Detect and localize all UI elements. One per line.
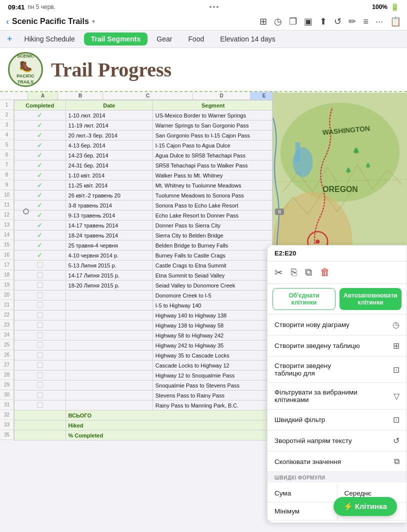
- cell-segment[interactable]: Walker Pass to Mt. Whitney: [152, 170, 274, 180]
- col-header-b[interactable]: B: [58, 92, 103, 100]
- cell-segment[interactable]: Sierra City to Belden Bridge: [152, 230, 274, 240]
- cell-completed[interactable]: [14, 340, 66, 350]
- copy-icon[interactable]: ❐: [289, 16, 297, 27]
- cell-date[interactable]: 3-8 травень 2014: [66, 200, 152, 210]
- cell-completed[interactable]: [14, 330, 66, 340]
- tab-elevation[interactable]: Elevation 14 days: [213, 32, 282, 46]
- cell-segment[interactable]: Etna Summit to Seiad Valley: [152, 270, 274, 280]
- cell-date[interactable]: 14-23 бер. 2014: [66, 150, 152, 160]
- formula-sum[interactable]: Сума: [268, 484, 338, 502]
- menu-item-text-direction[interactable]: Зворотній напрям тексту ↺: [268, 430, 406, 452]
- clock-icon[interactable]: ◷: [274, 16, 282, 27]
- cell-segment[interactable]: Highway 138 to Highway 58: [152, 320, 274, 330]
- cell-segment[interactable]: Mt. Whitney to Tuolumne Meadows: [152, 180, 274, 190]
- cell-segment[interactable]: Burney Falls to Castle Crags: [152, 250, 274, 260]
- cell-completed[interactable]: ✓: [14, 140, 66, 150]
- menu-icon[interactable]: ≡: [363, 16, 368, 27]
- row-selector[interactable]: [23, 208, 29, 214]
- col-header-c[interactable]: C: [103, 92, 193, 100]
- cell-completed[interactable]: ✓: [14, 230, 66, 240]
- toolbar-chevron[interactable]: ▾: [92, 18, 95, 25]
- cell-date[interactable]: [66, 380, 152, 390]
- cell-segment[interactable]: Highway 58 to Highway 242: [152, 330, 274, 340]
- cell-segment[interactable]: Echo Lake Resort to Donner Pass: [152, 210, 274, 220]
- cell-date[interactable]: 9-13 травень 2014: [66, 210, 152, 220]
- cell-segment[interactable]: SR58 Tehachapi Pass to Walker Pass: [152, 160, 274, 170]
- cell-completed[interactable]: ✓: [14, 220, 66, 230]
- cell-segment[interactable]: Highway 12 to Snoqualmie Pass: [152, 370, 274, 380]
- col-header-a[interactable]: A: [28, 92, 58, 100]
- cell-date[interactable]: [66, 340, 152, 350]
- cell-segment[interactable]: Donomore Creek to I-5: [152, 290, 274, 300]
- cell-segment[interactable]: I-15 Cajon Pass to Agua Dulce: [152, 140, 274, 150]
- cell-completed[interactable]: ✓: [14, 210, 66, 220]
- cell-segment[interactable]: Rainy Pass to Manning Park, B.C.: [152, 400, 274, 410]
- cell-segment[interactable]: Highway 140 to Highway 138: [152, 310, 274, 320]
- cell-completed[interactable]: ✓: [14, 180, 66, 190]
- cell-completed[interactable]: ✓: [14, 160, 66, 170]
- table-icon[interactable]: ⊞: [260, 16, 267, 27]
- cell-completed[interactable]: [14, 310, 66, 320]
- cell-segment[interactable]: Sonora Pass to Echo Lake Resort: [152, 200, 274, 210]
- col-header-d[interactable]: D: [193, 92, 250, 100]
- copy-icon-ctx[interactable]: ⎘: [291, 266, 297, 278]
- cell-segment[interactable]: Tuolumne Meadows to Sonora Pass: [152, 190, 274, 200]
- cell-date[interactable]: [66, 300, 152, 310]
- cell-date[interactable]: [66, 390, 152, 400]
- cell-date[interactable]: 25 травня-4 червня: [66, 240, 152, 250]
- cell-completed[interactable]: [14, 350, 66, 360]
- smart-cell-button[interactable]: ⚡ Клітинка: [334, 497, 398, 516]
- cell-segment[interactable]: Highway 35 to Cascade Locks: [152, 350, 274, 360]
- document-icon[interactable]: 📋: [390, 16, 401, 27]
- cell-completed[interactable]: ✓: [14, 200, 66, 210]
- cell-segment[interactable]: San Gorgonio Pass to I-15 Cajon Pass: [152, 130, 274, 140]
- cell-completed[interactable]: [14, 290, 66, 300]
- cell-segment[interactable]: Belden Bridge to Burney Falls: [152, 240, 274, 250]
- merge-cells-button[interactable]: Об'єднати клітинки: [272, 288, 336, 310]
- menu-item-new-chart[interactable]: Створити нову діаграму ◷: [268, 314, 406, 336]
- autofill-button[interactable]: Автозаповнювати клітинки: [340, 288, 402, 310]
- cell-segment[interactable]: Highway 242 to Highway 35: [152, 340, 274, 350]
- menu-item-filter-selected[interactable]: Фільтрувати за вибраними клітинками ▽: [268, 383, 406, 410]
- cell-completed[interactable]: ✓: [14, 130, 66, 140]
- cell-date[interactable]: [66, 350, 152, 360]
- cell-completed[interactable]: ✓: [14, 240, 66, 250]
- cell-completed[interactable]: ✓: [14, 150, 66, 160]
- menu-item-pivot-for[interactable]: Створити зведенутаблицю для ⊡: [268, 356, 406, 383]
- tab-trail-segments[interactable]: Trail Segments: [84, 32, 148, 46]
- delete-icon[interactable]: 🗑: [320, 266, 330, 278]
- pause-button[interactable]: ⏸: [275, 208, 284, 215]
- cell-segment[interactable]: Donner Pass to Sierra City: [152, 220, 274, 230]
- cell-date[interactable]: 4-10 червня 2014 р.: [66, 250, 152, 260]
- cut-icon[interactable]: ✂: [274, 266, 283, 278]
- back-button[interactable]: ‹: [6, 16, 9, 27]
- cell-date[interactable]: 24-31 бер. 2014: [66, 160, 152, 170]
- tab-food[interactable]: Food: [181, 32, 211, 46]
- cell-completed[interactable]: [14, 300, 66, 310]
- image-icon[interactable]: ▣: [304, 16, 312, 27]
- cell-completed[interactable]: [14, 400, 66, 410]
- tab-hiking-schedule[interactable]: Hiking Schedule: [18, 32, 82, 46]
- cell-completed[interactable]: ✓: [14, 120, 66, 130]
- more-icon[interactable]: ···: [376, 16, 383, 27]
- cell-date[interactable]: [66, 370, 152, 380]
- cell-completed[interactable]: [14, 360, 66, 370]
- refresh-icon[interactable]: ↺: [334, 16, 342, 27]
- cell-segment[interactable]: Agua Dulce to SR58 Tehachapi Pass: [152, 150, 274, 160]
- cell-date[interactable]: [66, 290, 152, 300]
- paste-icon[interactable]: ⧉: [305, 266, 312, 278]
- cell-date[interactable]: 5-13 Липня 2015 р.: [66, 260, 152, 270]
- menu-item-copy-values[interactable]: Скопіювати значення ⧉: [268, 452, 406, 472]
- cell-date[interactable]: [66, 310, 152, 320]
- cell-date[interactable]: [66, 400, 152, 410]
- formula-min[interactable]: Мінімум: [268, 502, 338, 520]
- header-completed[interactable]: Completed: [14, 100, 66, 110]
- menu-item-quick-filter[interactable]: Швидкий фільтр ⊡: [268, 410, 406, 430]
- cell-date[interactable]: 11-19 лют. 2014: [66, 120, 152, 130]
- cell-segment[interactable]: US-Mexico Border to Warner Springs: [152, 110, 274, 120]
- cell-date[interactable]: 26 квіт.-2 травень 20: [66, 190, 152, 200]
- cell-completed[interactable]: ✓: [14, 250, 66, 260]
- cell-date[interactable]: 14-17 травень 2014: [66, 220, 152, 230]
- cell-completed[interactable]: [14, 320, 66, 330]
- cell-segment[interactable]: Castle Crags to Etna Summit: [152, 260, 274, 270]
